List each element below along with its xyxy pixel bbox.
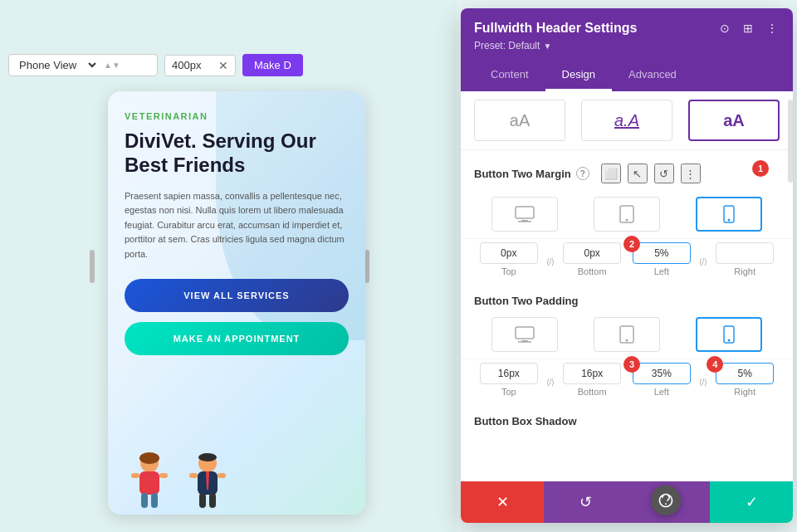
panel-title: Fullwidth Header Settings [474, 21, 637, 36]
margin-device-row [461, 192, 793, 239]
grid-icon-button[interactable]: ⊞ [741, 20, 755, 37]
padding-input-row: Top ⟨/⟩ Bottom 3 Left ⟨/⟩ 4 Right [461, 359, 793, 405]
margin-section-label: Button Two Margin ? ⬜ ↖ ↺ ⋮ [461, 150, 793, 192]
svg-point-1 [139, 452, 159, 464]
margin-input-row: Top ⟨/⟩ Bottom 2 Left ⟨/⟩ Right [461, 239, 793, 285]
margin-right-input[interactable] [716, 242, 774, 264]
hero-title: DiviVet. Serving Our Best Friends [125, 129, 349, 178]
make-button[interactable]: Make D [242, 54, 303, 76]
view-select[interactable]: Phone View Desktop View Tablet View [16, 58, 99, 72]
panel-title-row: Fullwidth Header Settings ⊙ ⊞ ⋮ [474, 20, 780, 37]
margin-bottom-input[interactable] [563, 242, 621, 264]
scroll-bar[interactable] [788, 100, 793, 183]
svg-point-26 [625, 339, 628, 342]
svg-point-19 [625, 219, 628, 222]
svg-rect-12 [209, 493, 216, 508]
margin-right-cell: Right [710, 242, 780, 276]
px-input[interactable] [172, 59, 213, 71]
margin-cursor-icon[interactable]: ↖ [628, 164, 648, 183]
margin-desktop-icon[interactable]: ⬜ [601, 164, 621, 183]
padding-desktop-device[interactable] [491, 317, 558, 352]
svg-rect-13 [189, 473, 198, 478]
padding-right-cell: 4 Right [710, 363, 780, 397]
phone-mockup: VETERINARIAN DiviVet. Serving Our Best F… [108, 91, 365, 515]
padding-left-cell: 3 Left [627, 363, 697, 397]
badge-1-container: 1 [752, 160, 772, 177]
panel-icons: ⊙ ⊞ ⋮ [718, 20, 780, 37]
svg-rect-11 [199, 493, 206, 508]
svg-rect-2 [139, 471, 159, 495]
cancel-button[interactable]: ✕ [461, 481, 544, 523]
px-input-wrapper[interactable]: ✕ [164, 55, 236, 76]
tab-advanced[interactable]: Advanced [612, 60, 693, 91]
padding-bottom-input[interactable] [563, 363, 621, 384]
padding-phone-device[interactable] [696, 317, 762, 352]
panel-body: aA a.A aA Button Two Margin ? ⬜ ↖ ↺ ⋮ [461, 91, 793, 515]
hero-text: Praesent sapien massa, convallis a pelle… [125, 189, 349, 262]
appointment-button[interactable]: MAKE AN APPOINTMENT [125, 322, 349, 355]
padding-right-input[interactable] [716, 363, 774, 384]
toolbar: Phone View Desktop View Tablet View ▲▼ ✕… [8, 54, 303, 76]
padding-device-row [461, 312, 793, 359]
undo-button[interactable]: ↺ [544, 481, 627, 523]
margin-more-icon[interactable]: ⋮ [681, 164, 701, 183]
margin-link2-icon: ⟨/⟩ [697, 257, 711, 266]
settings-panel: Fullwidth Header Settings ⊙ ⊞ ⋮ Preset: … [461, 8, 793, 523]
padding-tablet-device[interactable] [594, 317, 660, 352]
badge-1: 1 [752, 160, 769, 177]
margin-desktop-device[interactable] [491, 197, 558, 232]
badge-3: 3 [623, 356, 640, 373]
svg-rect-15 [516, 207, 534, 218]
text-style-3[interactable]: aA [688, 100, 780, 141]
panel-header: Fullwidth Header Settings ⊙ ⊞ ⋮ Preset: … [461, 8, 793, 91]
help-button[interactable] [651, 486, 681, 515]
margin-top-input[interactable] [480, 242, 538, 264]
svg-rect-14 [218, 473, 226, 478]
padding-left-input[interactable] [633, 363, 691, 384]
padding-bottom-cell: Bottom [557, 363, 627, 397]
svg-rect-6 [159, 473, 168, 478]
margin-bottom-cell: Bottom [557, 242, 627, 276]
characters [125, 448, 232, 515]
close-px-button[interactable]: ✕ [218, 59, 228, 72]
svg-rect-5 [131, 473, 139, 478]
text-style-2[interactable]: a.A [581, 100, 672, 141]
save-button[interactable]: ✓ [710, 481, 793, 523]
padding-link1-icon: ⟨/⟩ [544, 378, 558, 387]
left-handle[interactable] [90, 250, 95, 283]
padding-section: Button Two Padding Top [461, 285, 793, 405]
phone-content: VETERINARIAN DiviVet. Serving Our Best F… [108, 91, 365, 515]
svg-rect-3 [141, 493, 148, 508]
character-woman [125, 448, 174, 515]
margin-left-cell: 2 Left [627, 242, 697, 276]
padding-link2-icon: ⟨/⟩ [697, 378, 711, 387]
margin-help-icon[interactable]: ? [576, 167, 589, 180]
character-man [183, 448, 232, 515]
text-style-1[interactable]: aA [474, 100, 565, 141]
margin-link1-icon: ⟨/⟩ [544, 257, 558, 266]
tab-content[interactable]: Content [474, 60, 545, 91]
focus-icon-button[interactable]: ⊙ [718, 20, 731, 37]
tab-design[interactable]: Design [545, 60, 612, 91]
more-icon-button[interactable]: ⋮ [765, 20, 780, 37]
margin-section: Button Two Margin ? ⬜ ↖ ↺ ⋮ [461, 150, 793, 285]
margin-phone-device[interactable] [696, 197, 762, 232]
margin-controls: ⬜ ↖ ↺ ⋮ [594, 160, 707, 187]
margin-reset-icon[interactable]: ↺ [654, 164, 674, 183]
services-button[interactable]: VIEW ALL SERVICES [125, 279, 349, 312]
margin-top-cell: Top [474, 242, 544, 276]
svg-point-8 [198, 453, 217, 461]
margin-tablet-device[interactable] [594, 197, 660, 232]
text-style-row: aA a.A aA [461, 91, 793, 150]
veterinarian-label: VETERINARIAN [125, 111, 349, 121]
box-shadow-label: Button Box Shadow [461, 405, 793, 432]
svg-point-28 [727, 339, 730, 342]
padding-section-label: Button Two Padding [461, 285, 793, 312]
padding-top-input[interactable] [480, 363, 538, 384]
preset-arrow-icon: ▼ [543, 41, 551, 51]
view-select-wrapper[interactable]: Phone View Desktop View Tablet View ▲▼ [8, 54, 158, 76]
action-bar: ✕ ↺ ↻ ✓ [461, 481, 793, 523]
svg-rect-4 [151, 493, 158, 508]
margin-left-input[interactable] [633, 242, 691, 264]
panel-preset[interactable]: Preset: Default ▼ [474, 40, 780, 51]
